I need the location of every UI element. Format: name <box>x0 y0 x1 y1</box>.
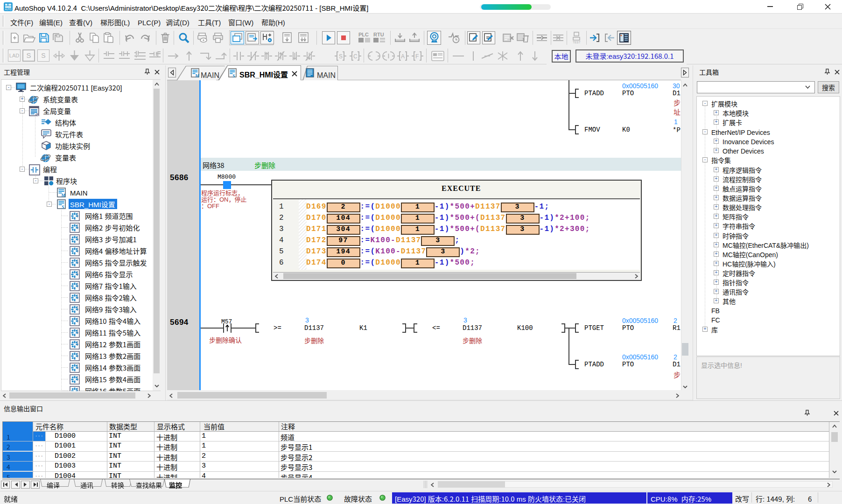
svg-text:S: S <box>339 53 343 60</box>
svg-text:PLC: PLC <box>358 32 369 37</box>
svg-text:RTU: RTU <box>373 32 384 37</box>
svg-text:F: F <box>415 53 419 60</box>
svg-text:M: M <box>61 193 66 198</box>
svg-text:A: A <box>401 53 405 60</box>
svg-text:AUTO: AUTO <box>5 8 12 11</box>
svg-text:TEST: TEST <box>573 41 581 44</box>
svg-text:M: M <box>195 73 200 78</box>
svg-text:C: C <box>353 53 358 60</box>
svg-text:S: S <box>232 73 235 78</box>
svg-text:S: S <box>62 204 64 210</box>
